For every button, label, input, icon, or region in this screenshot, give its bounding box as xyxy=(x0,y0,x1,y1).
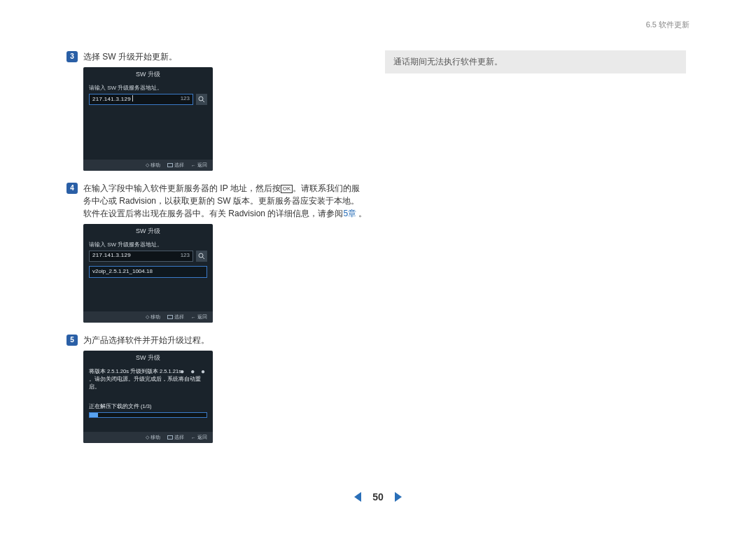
foot-move: ◇ 移动 xyxy=(146,434,160,441)
note-box: 通话期间无法执行软件更新。 xyxy=(385,50,686,73)
panel-label: 请输入 SW 升级服务器地址。 xyxy=(89,241,207,248)
svg-line-1 xyxy=(202,100,204,102)
foot-move: ◇ 移动 xyxy=(146,162,160,169)
panel-title: SW 升级 xyxy=(83,224,213,238)
progress-bar xyxy=(89,412,207,418)
chapter-link[interactable]: 5章 xyxy=(343,209,356,218)
ip-input[interactable]: 217.141.3.129 123 xyxy=(89,251,193,262)
ip-count: 123 xyxy=(181,252,190,258)
ip-count: 123 xyxy=(181,95,190,101)
search-icon[interactable] xyxy=(196,251,207,262)
prev-page-icon[interactable] xyxy=(354,492,361,502)
step-3: 3 选择 SW 升级开始更新。 xyxy=(66,50,368,63)
search-icon[interactable] xyxy=(196,94,207,105)
foot-select: 选择 xyxy=(167,162,184,169)
step-badge: 5 xyxy=(66,335,78,346)
ok-icon: OK xyxy=(281,185,293,193)
tv-panel-3: SW 升级 ● ● ● 将版本 2.5.1.20s 升级到版本 2.5.1.21… xyxy=(83,351,213,443)
step-badge: 3 xyxy=(66,51,78,62)
foot-select: 选择 xyxy=(167,314,184,321)
foot-move: ◇ 移动 xyxy=(146,314,160,321)
step-5: 5 为产品选择软件并开始升级过程。 xyxy=(66,334,368,346)
panel-title: SW 升级 xyxy=(83,67,213,81)
ip-value: 217.141.3.129 xyxy=(92,252,131,258)
svg-point-2 xyxy=(199,253,203,258)
step-text: 为产品选择软件并开始升级过程。 xyxy=(83,334,209,346)
foot-back: ← 返回 xyxy=(191,162,207,169)
right-column: 通话期间无法执行软件更新。 xyxy=(385,50,686,73)
version-item[interactable]: v2oip_2.5.1.21_1004.18 xyxy=(89,266,207,278)
panel-footer: ◇ 移动 选择 ← 返回 xyxy=(83,160,213,171)
foot-back: ← 返回 xyxy=(191,314,207,321)
menu-dots-icon[interactable]: ● ● ● xyxy=(180,367,207,375)
left-column: 3 选择 SW 升级开始更新。 SW 升级 请输入 SW 升级服务器地址。 21… xyxy=(66,50,368,454)
progress-fill xyxy=(90,413,98,417)
ip-input[interactable]: 217.141.3.129 123 xyxy=(89,94,193,105)
step-4: 4 在输入字段中输入软件更新服务器的 IP 地址，然后按OK。请联系我们的服务中… xyxy=(66,182,368,220)
step-text: 在输入字段中输入软件更新服务器的 IP 地址，然后按OK。请联系我们的服务中心或… xyxy=(83,182,368,220)
next-page-icon[interactable] xyxy=(395,492,402,502)
ip-value: 217.141.3.129 xyxy=(92,96,131,102)
page-navigation: 50 xyxy=(0,491,756,503)
step-text: 选择 SW 升级开始更新。 xyxy=(83,50,177,63)
foot-back: ← 返回 xyxy=(191,434,207,441)
step-badge: 4 xyxy=(66,183,78,194)
panel-footer: ◇ 移动 选择 ← 返回 xyxy=(83,432,213,443)
panel-footer: ◇ 移动 选择 ← 返回 xyxy=(83,311,213,323)
svg-point-0 xyxy=(199,97,203,101)
tv-panel-2: SW 升级 请输入 SW 升级服务器地址。 217.141.3.129 123 … xyxy=(83,224,213,323)
panel-label: 请输入 SW 升级服务器地址。 xyxy=(89,84,207,92)
foot-select: 选择 xyxy=(167,434,184,441)
svg-line-3 xyxy=(202,257,204,259)
tv-panel-1: SW 升级 请输入 SW 升级服务器地址。 217.141.3.129 123 … xyxy=(83,67,213,171)
page-number: 50 xyxy=(372,491,384,503)
panel-title: SW 升级 xyxy=(83,351,213,365)
section-header: 6.5 软件更新 xyxy=(646,20,690,30)
progress-label: 正在解压下载的文件 (1/3) xyxy=(89,403,207,410)
